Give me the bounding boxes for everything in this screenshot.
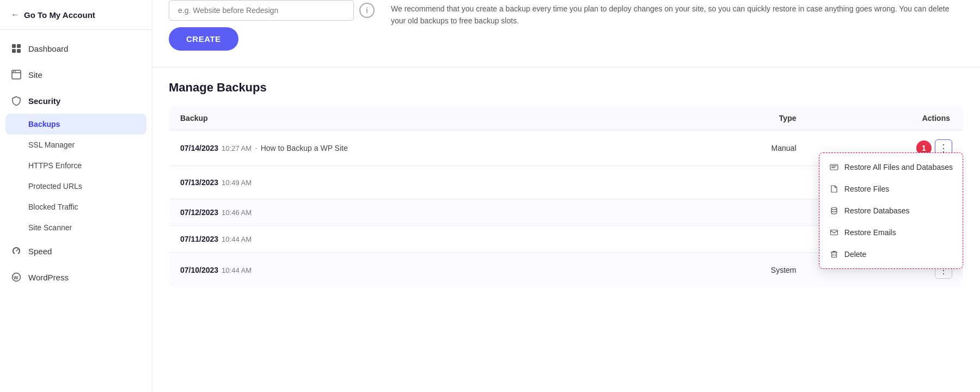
sidebar-subitem-https-label: HTTPS Enforce xyxy=(28,161,82,170)
backup-time-3: 10:46 AM xyxy=(222,209,252,217)
go-to-account-link[interactable]: ← Go To My Account xyxy=(0,0,152,30)
sidebar-item-dashboard[interactable]: Dashboard xyxy=(0,35,152,62)
backup-date-1: 07/14/2023 xyxy=(180,144,218,152)
dropdown-menu: Restore All Files and Databases xyxy=(819,152,963,269)
sidebar-item-dashboard-label: Dashboard xyxy=(28,44,68,53)
dashboard-icon xyxy=(11,43,22,54)
email-icon xyxy=(829,228,839,237)
svg-line-8 xyxy=(16,249,18,251)
backup-actions-1: 1 ⋮ xyxy=(807,131,964,166)
svg-rect-15 xyxy=(830,230,837,235)
back-arrow-icon: ← xyxy=(11,10,20,20)
backup-type-3 xyxy=(680,199,807,226)
backup-date-2: 07/13/2023 xyxy=(180,178,218,187)
dropdown-restore-emails[interactable]: Restore Emails xyxy=(819,222,963,243)
backup-dash-1: - xyxy=(255,144,258,152)
backup-cell-2: 07/13/2023 10:49 AM xyxy=(169,166,680,199)
speed-icon xyxy=(11,246,22,256)
sidebar-item-security-label: Security xyxy=(28,96,60,106)
go-to-account-label: Go To My Account xyxy=(24,10,95,20)
backup-name-1: How to Backup a WP Site xyxy=(261,144,348,152)
sidebar-subitem-protected-urls[interactable]: Protected URLs xyxy=(0,176,152,197)
sidebar-subitem-blocked-traffic[interactable]: Blocked Traffic xyxy=(0,197,152,217)
backup-name-input[interactable] xyxy=(169,0,354,21)
backup-type-1: Manual xyxy=(680,131,807,166)
sidebar-subitem-https-enforce[interactable]: HTTPS Enforce xyxy=(0,155,152,176)
sidebar-item-site[interactable]: Site xyxy=(0,62,152,88)
backup-time-2: 10:49 AM xyxy=(222,179,252,187)
backup-time-1: 10:27 AM xyxy=(222,144,252,152)
dropdown-delete[interactable]: Delete xyxy=(819,243,963,265)
svg-rect-12 xyxy=(831,166,837,167)
sidebar-nav: Dashboard Site Security xyxy=(0,30,152,392)
backup-input-row: i xyxy=(169,0,375,21)
sidebar-item-site-label: Site xyxy=(28,70,42,79)
sidebar: ← Go To My Account Dashboard xyxy=(0,0,152,392)
dropdown-restore-emails-label: Restore Emails xyxy=(844,228,896,237)
security-icon xyxy=(11,95,22,106)
dropdown-restore-files-label: Restore Files xyxy=(844,185,889,193)
create-backup-area: i CREATE xyxy=(169,0,375,51)
sidebar-item-wordpress-label: WordPress xyxy=(28,273,69,282)
svg-rect-0 xyxy=(12,44,16,48)
svg-rect-3 xyxy=(17,49,21,53)
backup-date-5: 07/10/2023 xyxy=(180,266,218,274)
backup-time-4: 10:44 AM xyxy=(222,235,252,243)
svg-rect-16 xyxy=(831,252,836,258)
dropdown-restore-all[interactable]: Restore All Files and Databases xyxy=(819,156,963,178)
dropdown-restore-db-label: Restore Databases xyxy=(844,206,910,215)
file-icon xyxy=(829,184,839,194)
restore-all-icon xyxy=(829,162,839,172)
sidebar-subitem-backups[interactable]: Backups xyxy=(5,114,146,134)
main-content: i CREATE We recommend that you create a … xyxy=(152,0,980,392)
sidebar-subitem-blocked-traffic-label: Blocked Traffic xyxy=(28,203,78,211)
sidebar-subitem-site-scanner-label: Site Scanner xyxy=(28,223,72,232)
action-row-1: 1 ⋮ xyxy=(818,139,953,157)
backup-type-4 xyxy=(680,226,807,253)
manage-backups-title: Manage Backups xyxy=(169,81,964,95)
table-row: 07/14/2023 10:27 AM - How to Backup a WP… xyxy=(169,131,964,166)
svg-point-14 xyxy=(831,207,837,210)
trash-icon xyxy=(829,249,839,259)
sidebar-item-speed-label: Speed xyxy=(28,247,52,256)
backup-cell-5: 07/10/2023 10:44 AM xyxy=(169,253,680,288)
svg-rect-13 xyxy=(831,167,835,168)
col-header-backup: Backup xyxy=(169,106,680,131)
backup-date-3: 07/12/2023 xyxy=(180,208,218,217)
col-header-actions: Actions xyxy=(807,106,964,131)
svg-rect-1 xyxy=(17,44,21,48)
backup-cell-3: 07/12/2023 10:46 AM xyxy=(169,199,680,226)
dropdown-restore-files[interactable]: Restore Files xyxy=(819,178,963,200)
info-icon[interactable]: i xyxy=(359,3,375,18)
backup-date-4: 07/11/2023 xyxy=(180,235,218,243)
manage-backups-section: Manage Backups Backup Type Actions 07/14… xyxy=(152,68,980,301)
backup-type-2 xyxy=(680,166,807,199)
svg-point-7 xyxy=(15,71,16,72)
sidebar-item-speed[interactable]: Speed xyxy=(0,238,152,264)
col-header-type: Type xyxy=(680,106,807,131)
table-header-row: Backup Type Actions xyxy=(169,106,964,131)
wordpress-icon: W xyxy=(11,272,22,283)
sidebar-subitem-backups-label: Backups xyxy=(28,120,60,128)
database-icon xyxy=(829,206,839,216)
sidebar-subitem-ssl-label: SSL Manager xyxy=(28,140,75,149)
svg-text:W: W xyxy=(14,275,19,280)
backup-tip-text: We recommend that you create a backup ev… xyxy=(391,0,964,27)
sidebar-item-wordpress[interactable]: W WordPress xyxy=(0,264,152,290)
svg-point-6 xyxy=(13,71,14,72)
backup-type-5: System xyxy=(680,253,807,288)
dropdown-restore-db[interactable]: Restore Databases xyxy=(819,200,963,222)
backup-time-5: 10:44 AM xyxy=(222,266,252,274)
dropdown-delete-label: Delete xyxy=(844,250,866,259)
backup-cell-4: 07/11/2023 10:44 AM xyxy=(169,226,680,253)
sidebar-subitem-ssl-manager[interactable]: SSL Manager xyxy=(0,134,152,155)
backups-table: Backup Type Actions 07/14/2023 10:27 AM … xyxy=(169,106,964,288)
sidebar-subitem-site-scanner[interactable]: Site Scanner xyxy=(0,217,152,238)
sidebar-item-security[interactable]: Security xyxy=(0,88,152,114)
sidebar-subitem-protected-urls-label: Protected URLs xyxy=(28,182,82,191)
backup-cell-1: 07/14/2023 10:27 AM - How to Backup a WP… xyxy=(169,131,680,166)
site-icon xyxy=(11,69,22,80)
create-button[interactable]: CREATE xyxy=(169,27,238,51)
dropdown-restore-all-label: Restore All Files and Databases xyxy=(844,163,953,171)
create-backup-section: i CREATE We recommend that you create a … xyxy=(152,0,980,68)
